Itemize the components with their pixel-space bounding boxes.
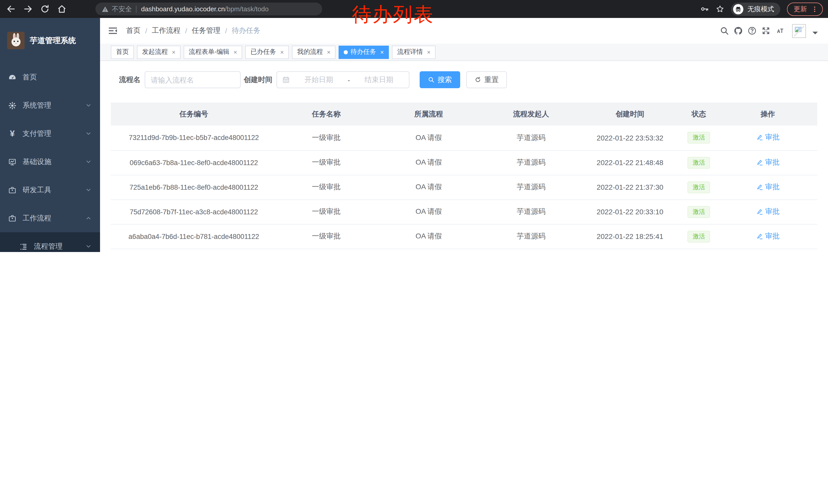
approve-link-label: 审批 <box>765 182 780 191</box>
close-icon[interactable]: × <box>327 48 330 56</box>
sidebar-item-home[interactable]: 首页 <box>0 63 100 91</box>
table-row: 8f0d1619-7ac8-11ec-a9e2-a2380e71991a1.2测… <box>111 249 817 252</box>
breadcrumb-item[interactable]: 工作流程 <box>152 26 180 35</box>
close-icon[interactable]: × <box>172 48 175 56</box>
url-bar[interactable]: 不安全 dashboard.yudao.iocoder.cn/bpm/task/… <box>95 3 322 15</box>
start-date-placeholder: 开始日期 <box>294 75 343 84</box>
chevron-down-icon <box>85 187 92 193</box>
search-button[interactable]: 搜索 <box>420 71 460 88</box>
table-body: 73211d9d-7b9b-11ec-b5b7-acde48001122一级审批… <box>111 126 817 252</box>
cell-time: 2022-01-22 23:53:32 <box>580 126 679 150</box>
approve-link[interactable]: 审批 <box>756 158 780 167</box>
chevron-down-icon <box>85 130 92 137</box>
tab-label: 我的流程 <box>297 48 323 56</box>
star-icon[interactable] <box>716 5 724 13</box>
security-warning: 不安全 <box>112 4 132 13</box>
caret-down-icon[interactable] <box>811 28 820 37</box>
tab-done-task[interactable]: 已办任务× <box>245 45 289 59</box>
cell-starter: 芋道源码 <box>482 224 581 249</box>
approve-link[interactable]: 审批 <box>756 182 780 191</box>
hamburger-icon[interactable] <box>108 26 118 36</box>
process-name-input[interactable] <box>145 71 241 88</box>
cell-id: 069c6a63-7b8a-11ec-8ef0-acde48001122 <box>111 150 277 175</box>
cell-status: 激活 <box>679 249 718 252</box>
update-button[interactable]: 更新 <box>787 2 823 16</box>
search-icon[interactable] <box>720 26 729 35</box>
question-icon[interactable] <box>747 26 757 35</box>
pen-icon <box>756 232 763 240</box>
approve-link[interactable]: 审批 <box>756 207 780 216</box>
sidebar-item-system[interactable]: 系统管理 <box>0 91 100 120</box>
home-icon[interactable] <box>57 4 67 14</box>
pen-icon <box>756 159 763 166</box>
kebab-menu-icon[interactable] <box>811 5 818 12</box>
sidebar-item-workflow[interactable]: 工作流程 <box>0 204 100 232</box>
back-icon[interactable] <box>6 4 16 14</box>
reset-button[interactable]: 重置 <box>466 71 507 88</box>
sidebar-item-payment[interactable]: ¥支付管理 <box>0 120 100 148</box>
logo: 芋道管理系统 <box>0 18 100 63</box>
approve-link[interactable]: 审批 <box>756 133 780 142</box>
cell-id: 725a1eb6-7b88-11ec-8ef0-acde48001122 <box>111 175 277 199</box>
close-icon[interactable]: × <box>234 48 237 56</box>
reload-icon[interactable] <box>40 4 50 14</box>
range-separator: - <box>347 76 350 84</box>
incognito-icon <box>735 5 742 12</box>
cell-starter: 芋道源码 <box>482 150 581 175</box>
font-size-icon[interactable] <box>775 26 784 35</box>
date-range-picker[interactable]: 开始日期 - 结束日期 <box>277 71 409 88</box>
forward-icon[interactable] <box>23 4 33 14</box>
process-name-label: 流程名 <box>119 75 140 84</box>
status-badge: 激活 <box>688 132 710 144</box>
table-row: 73211d9d-7b9b-11ec-b5b7-acde48001122一级审批… <box>111 126 817 150</box>
pen-icon <box>756 208 763 215</box>
cell-starter: 芋道源码 <box>482 199 581 224</box>
tab-process-detail[interactable]: 流程详情× <box>392 45 436 59</box>
approve-link[interactable]: 审批 <box>756 231 780 241</box>
cell-time: 2022-01-22 21:48:48 <box>580 150 679 175</box>
tab-home[interactable]: 首页 <box>111 45 134 59</box>
column-header: 流程发起人 <box>482 102 581 126</box>
cell-process: OA 请假 <box>376 224 482 249</box>
sidebar-item-process-mgmt[interactable]: 流程管理 <box>0 232 100 252</box>
app-title: 芋道管理系统 <box>30 36 76 45</box>
close-icon[interactable]: × <box>427 48 431 56</box>
breadcrumb-item[interactable]: 任务管理 <box>192 26 220 35</box>
cell-action: 审批 <box>718 249 817 252</box>
cell-status: 激活 <box>679 199 718 224</box>
status-badge: 激活 <box>688 181 710 193</box>
fullscreen-icon[interactable] <box>761 26 771 35</box>
sidebar-item-devtools[interactable]: 研发工具 <box>0 176 100 204</box>
tab-form-edit[interactable]: 流程表单-编辑× <box>184 45 242 59</box>
cell-process: OA 请假 <box>376 199 482 224</box>
sidebar-item-infrastructure[interactable]: 基础设施 <box>0 148 100 176</box>
close-icon[interactable]: × <box>380 48 384 56</box>
breadcrumb: 首页/工作流程/任务管理/待办任务 <box>126 26 260 35</box>
breadcrumb-separator: / <box>145 27 147 35</box>
cell-action: 审批 <box>718 199 817 224</box>
tab-my-process[interactable]: 我的流程× <box>292 45 335 59</box>
cell-id: 75d72608-7b7f-11ec-a3c8-acde48001122 <box>111 199 277 224</box>
avatar[interactable] <box>792 24 806 38</box>
tab-start-process[interactable]: 发起流程× <box>137 45 180 59</box>
sidebar-item-label: 研发工具 <box>23 185 51 194</box>
tab-label: 流程表单-编辑 <box>189 48 229 56</box>
reset-button-label: 重置 <box>484 75 499 84</box>
close-icon[interactable]: × <box>280 48 284 56</box>
chevron-up-icon <box>85 215 92 222</box>
url-path: /bpm/task/todo <box>225 5 269 13</box>
key-icon[interactable] <box>700 5 709 13</box>
pen-icon <box>756 134 763 141</box>
sidebar: 芋道管理系统 首页系统管理¥支付管理基础设施研发工具工作流程流程管理任务管理我的… <box>0 18 100 252</box>
cell-action: 审批 <box>718 224 817 249</box>
tab-todo-task[interactable]: 待办任务× <box>339 45 389 59</box>
cell-name: 一级审批 <box>277 150 376 175</box>
incognito-badge: 无痕模式 <box>731 2 780 16</box>
github-icon[interactable] <box>734 26 743 35</box>
end-date-placeholder: 结束日期 <box>354 75 404 84</box>
browser-nav-buttons <box>0 4 73 14</box>
column-header: 任务编号 <box>111 102 277 126</box>
breadcrumb-item[interactable]: 首页 <box>126 26 140 35</box>
url-divider <box>136 5 136 12</box>
chevron-down-icon <box>85 243 92 250</box>
